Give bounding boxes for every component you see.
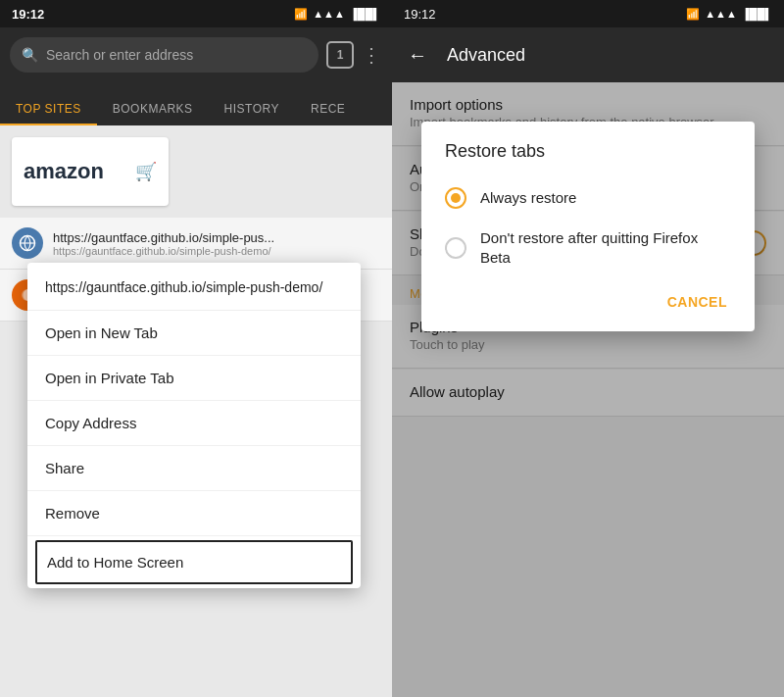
browser-content: amazon 🛒 https://gauntface.github.io/sim… [0, 125, 392, 697]
right-time: 19:12 [404, 7, 436, 22]
left-status-bar: 19:12 📶 ▲▲▲ ▐██▌ [0, 0, 392, 27]
left-status-icons: 📶 ▲▲▲ ▐██▌ [294, 8, 380, 21]
context-menu-open-new-tab[interactable]: Open in New Tab [27, 311, 361, 356]
browser-panel: 19:12 📶 ▲▲▲ ▐██▌ 🔍 Search or enter addre… [0, 0, 392, 697]
browser-menu-button[interactable]: ⋮ [362, 43, 382, 67]
amazon-logo: amazon [24, 159, 104, 184]
amazon-thumbnail[interactable]: amazon 🛒 [12, 137, 169, 206]
search-icon: 🔍 [22, 47, 38, 63]
dialog-overlay: Restore tabs Always restore Don't restor… [392, 82, 784, 697]
right-status-icons: 📶 ▲▲▲ ▐██▌ [686, 8, 772, 21]
context-menu-share[interactable]: Share [27, 446, 361, 491]
amazon-cart-icon: 🛒 [135, 161, 157, 182]
site-title-0: https://gauntface.github.io/simple-pus..… [53, 230, 380, 245]
right-wifi-icon: 📶 [686, 8, 700, 21]
signal-icon: ▲▲▲ [313, 8, 345, 20]
radio-dont-restore[interactable]: Don't restore after quitting Firefox Bet… [421, 219, 755, 276]
restore-tabs-dialog: Restore tabs Always restore Don't restor… [421, 122, 755, 331]
context-menu-add-home-screen[interactable]: Add to Home Screen [35, 540, 353, 584]
advanced-header: ← Advanced [392, 27, 784, 82]
radio-inner-always-restore [451, 193, 461, 203]
tab-bookmarks[interactable]: BOOKMARKS [97, 92, 209, 125]
battery-icon: ▐██▌ [350, 8, 380, 20]
radio-circle-always-restore [445, 187, 466, 209]
radio-label-always-restore: Always restore [480, 188, 576, 208]
back-button[interactable]: ← [408, 44, 427, 67]
advanced-panel: 19:12 📶 ▲▲▲ ▐██▌ ← Advanced Import optio… [392, 0, 784, 697]
radio-label-dont-restore: Don't restore after quitting Firefox Bet… [480, 228, 731, 267]
search-placeholder: Search or enter address [46, 47, 193, 63]
right-battery-icon: ▐██▌ [742, 8, 772, 20]
site-text-0: https://gauntface.github.io/simple-pus..… [53, 230, 380, 257]
site-url-0: https://gauntface.github.io/simple-push-… [53, 245, 380, 257]
right-status-bar: 19:12 📶 ▲▲▲ ▐██▌ [392, 0, 784, 27]
context-menu-url: https://gauntface.github.io/simple-push-… [27, 263, 361, 311]
dialog-title: Restore tabs [421, 141, 755, 177]
tab-count-badge[interactable]: 1 [326, 41, 354, 69]
browser-tabs-bar: TOP SITES BOOKMARKS HISTORY RECE [0, 82, 392, 125]
right-signal-icon: ▲▲▲ [705, 8, 737, 20]
browser-toolbar: 🔍 Search or enter address 1 ⋮ [0, 27, 392, 82]
context-menu-open-private-tab[interactable]: Open in Private Tab [27, 356, 361, 401]
tab-history[interactable]: HISTORY [209, 92, 295, 125]
dialog-actions: CANCEL [421, 276, 755, 324]
context-menu-remove[interactable]: Remove [27, 491, 361, 536]
search-bar[interactable]: 🔍 Search or enter address [10, 37, 318, 73]
wifi-icon: 📶 [294, 8, 308, 21]
tab-top-sites[interactable]: TOP SITES [0, 92, 97, 125]
context-menu: https://gauntface.github.io/simple-push-… [27, 263, 361, 588]
left-time: 19:12 [12, 7, 44, 22]
tab-recent[interactable]: RECE [295, 92, 354, 125]
radio-always-restore[interactable]: Always restore [421, 177, 755, 219]
dialog-cancel-button[interactable]: CANCEL [656, 284, 739, 320]
site-icon-globe [12, 227, 43, 259]
context-menu-copy-address[interactable]: Copy Address [27, 401, 361, 446]
radio-circle-dont-restore [445, 237, 466, 259]
advanced-title: Advanced [447, 45, 525, 66]
